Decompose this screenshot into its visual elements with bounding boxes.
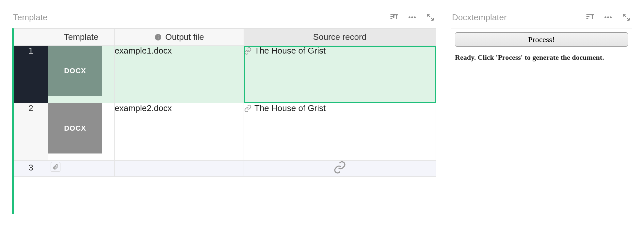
template-grid[interactable]: Template Output file Source record	[12, 28, 436, 214]
expand-icon[interactable]	[426, 13, 435, 22]
cell-template-empty[interactable]	[48, 161, 115, 177]
link-icon	[244, 105, 252, 112]
expand-icon[interactable]	[622, 13, 631, 22]
template-panel: Template	[12, 12, 436, 226]
svg-point-6	[604, 16, 606, 18]
header-source[interactable]: Source record	[244, 29, 436, 46]
cell-output[interactable]: example1.docx	[115, 46, 244, 103]
link-icon	[244, 47, 252, 55]
docx-thumbnail[interactable]: DOCX	[48, 46, 102, 96]
cell-source-text: The House of Grist	[254, 46, 326, 56]
cell-source-text: The House of Grist	[254, 103, 326, 113]
row-number[interactable]: 3	[14, 161, 48, 177]
header-output-label: Output file	[165, 32, 204, 42]
cell-source-empty[interactable]	[244, 161, 436, 177]
header-template[interactable]: Template	[48, 29, 115, 46]
docxtemplater-panel-header: Docxtemplater	[451, 12, 632, 28]
status-text: Ready. Click 'Process' to generate the d…	[455, 53, 628, 62]
header-rownum	[14, 29, 48, 46]
cell-template[interactable]: DOCX	[48, 46, 115, 103]
docxtemplater-panel: Docxtemplater	[451, 12, 632, 226]
svg-point-2	[414, 16, 416, 18]
svg-rect-4	[158, 37, 158, 39]
row-number[interactable]: 2	[14, 103, 48, 161]
filter-icon[interactable]	[585, 13, 594, 22]
table-row-new[interactable]: 3	[14, 161, 436, 177]
table-header-row: Template Output file Source record	[14, 29, 436, 46]
header-output[interactable]: Output file	[115, 29, 244, 46]
row-number[interactable]: 1	[14, 46, 48, 103]
svg-point-0	[409, 16, 411, 18]
template-panel-title: Template	[13, 12, 389, 23]
more-icon[interactable]	[408, 13, 417, 22]
process-button[interactable]: Process!	[455, 32, 628, 47]
svg-point-1	[411, 16, 413, 18]
cell-source[interactable]: The House of Grist	[244, 46, 436, 103]
svg-point-8	[610, 16, 612, 18]
table-row[interactable]: 1 DOCX example1.docx	[14, 46, 436, 103]
attachment-icon[interactable]	[51, 162, 60, 172]
cell-template[interactable]: DOCX	[48, 103, 115, 161]
docx-thumbnail[interactable]: DOCX	[48, 103, 102, 153]
docxtemplater-panel-title: Docxtemplater	[452, 12, 585, 23]
cell-output[interactable]: example2.docx	[115, 103, 244, 161]
info-icon	[154, 33, 162, 41]
cell-output-empty[interactable]	[115, 161, 244, 177]
link-icon	[244, 166, 436, 176]
cell-source[interactable]: The House of Grist	[244, 103, 436, 161]
filter-icon[interactable]	[389, 13, 398, 22]
svg-rect-5	[158, 35, 158, 36]
more-icon[interactable]	[604, 13, 613, 22]
docxtemplater-widget: Process! Ready. Click 'Process' to gener…	[451, 28, 632, 214]
svg-point-7	[607, 16, 609, 18]
table-row[interactable]: 2 DOCX example2.docx	[14, 103, 436, 161]
template-panel-header: Template	[12, 12, 436, 28]
